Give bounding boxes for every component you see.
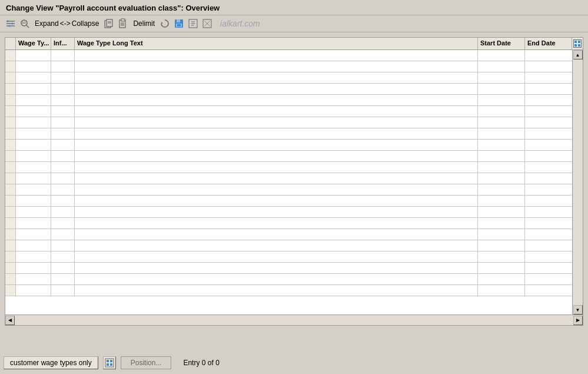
- scroll-right-btn[interactable]: ▶: [573, 316, 583, 325]
- extra-icon[interactable]: [201, 18, 213, 29]
- position-icon-btn[interactable]: [103, 356, 116, 369]
- table-cell: [478, 207, 525, 217]
- row-selector[interactable]: [5, 151, 16, 161]
- table-row[interactable]: [5, 251, 572, 263]
- row-selector[interactable]: [5, 95, 16, 105]
- position-btn[interactable]: Position...: [121, 356, 172, 369]
- table-row[interactable]: [5, 173, 572, 184]
- table-cell: [51, 274, 75, 284]
- table-row[interactable]: [5, 84, 572, 95]
- table-cell: [478, 72, 525, 83]
- refresh-icon[interactable]: [159, 18, 171, 29]
- table-cell: [16, 184, 51, 195]
- col-start-date: Start Date: [478, 38, 525, 49]
- row-selector[interactable]: [5, 84, 16, 94]
- table-cell: [525, 72, 572, 83]
- paste-icon[interactable]: [117, 18, 129, 29]
- svg-rect-6: [21, 23, 26, 24]
- row-selector[interactable]: [5, 61, 16, 72]
- table-cell: [525, 151, 572, 161]
- row-selector[interactable]: [5, 117, 16, 128]
- row-selector[interactable]: [5, 263, 16, 273]
- row-selector[interactable]: [5, 285, 16, 296]
- row-selector[interactable]: [5, 140, 16, 150]
- entry-info: Entry 0 of 0: [183, 359, 219, 367]
- row-selector[interactable]: [5, 50, 16, 61]
- table-cell: [16, 263, 51, 273]
- table-row[interactable]: [5, 274, 572, 285]
- col-grid-icon[interactable]: [572, 38, 583, 49]
- vertical-scrollbar[interactable]: ▲ ▼: [572, 50, 583, 315]
- svg-rect-31: [107, 360, 109, 362]
- table-cell: [51, 162, 75, 173]
- scroll-left-btn[interactable]: ◀: [5, 316, 15, 325]
- table-row[interactable]: [5, 50, 572, 61]
- svg-rect-29: [578, 44, 580, 47]
- table-row[interactable]: [5, 72, 572, 84]
- table-row[interactable]: [5, 240, 572, 251]
- table-row[interactable]: [5, 151, 572, 162]
- table-cell: [525, 95, 572, 105]
- horizontal-scrollbar[interactable]: ◀ ▶: [5, 315, 583, 325]
- svg-rect-20: [177, 24, 181, 27]
- table-cell: [478, 229, 525, 240]
- table-row[interactable]: [5, 117, 572, 128]
- table-row[interactable]: [5, 106, 572, 117]
- table-cell: [16, 240, 51, 251]
- table-row[interactable]: [5, 263, 572, 274]
- table-header: Wage Ty... Inf... Wage Type Long Text St…: [5, 38, 583, 50]
- row-selector[interactable]: [5, 251, 16, 262]
- table-row[interactable]: [5, 207, 572, 218]
- row-selector[interactable]: [5, 240, 16, 251]
- table-cell: [525, 207, 572, 217]
- table-row[interactable]: [5, 95, 572, 106]
- row-selector[interactable]: [5, 72, 16, 83]
- table-row[interactable]: [5, 184, 572, 196]
- table-grid: [5, 50, 572, 315]
- settings-icon[interactable]: [5, 18, 16, 29]
- scroll-up-btn[interactable]: ▲: [573, 50, 583, 59]
- row-selector[interactable]: [5, 162, 16, 173]
- main-window: Change View "Payroll account evaluation …: [0, 0, 588, 374]
- row-selector[interactable]: [5, 196, 16, 206]
- grid-settings-icon[interactable]: [573, 39, 582, 48]
- table-row[interactable]: [5, 285, 572, 296]
- table-cell: [478, 240, 525, 251]
- customer-wage-types-btn[interactable]: customer wage types only: [4, 356, 98, 369]
- table-row[interactable]: [5, 162, 572, 173]
- delimit-btn[interactable]: Delimit: [131, 19, 157, 28]
- table-cell: [75, 151, 478, 161]
- svg-rect-26: [574, 41, 577, 43]
- table-row[interactable]: [5, 128, 572, 140]
- table-cell: [478, 263, 525, 273]
- export-icon[interactable]: [187, 18, 199, 29]
- table-body[interactable]: [5, 50, 572, 296]
- row-selector[interactable]: [5, 207, 16, 217]
- row-selector[interactable]: [5, 274, 16, 284]
- row-selector[interactable]: [5, 184, 16, 195]
- row-selector[interactable]: [5, 106, 16, 117]
- table-cell: [51, 218, 75, 229]
- svg-rect-12: [121, 19, 125, 21]
- row-selector[interactable]: [5, 128, 16, 139]
- table-cell: [75, 117, 478, 128]
- table-row[interactable]: [5, 196, 572, 207]
- find-icon[interactable]: [19, 18, 31, 29]
- scroll-down-btn[interactable]: ▼: [573, 305, 583, 315]
- save-icon[interactable]: [173, 18, 185, 29]
- table-row[interactable]: [5, 218, 572, 229]
- table-cell: [75, 128, 478, 139]
- row-selector[interactable]: [5, 218, 16, 229]
- svg-point-2: [9, 25, 11, 27]
- table-row[interactable]: [5, 229, 572, 240]
- svg-rect-27: [578, 41, 580, 43]
- table-row[interactable]: [5, 140, 572, 151]
- row-selector[interactable]: [5, 229, 16, 240]
- row-selector[interactable]: [5, 173, 16, 184]
- table-row[interactable]: [5, 61, 572, 72]
- expand-btn[interactable]: Expand <-> Collapse: [33, 19, 101, 28]
- copy-icon[interactable]: [103, 18, 115, 29]
- table-cell: [75, 285, 478, 296]
- table-cell: [51, 240, 75, 251]
- table-cell: [525, 196, 572, 206]
